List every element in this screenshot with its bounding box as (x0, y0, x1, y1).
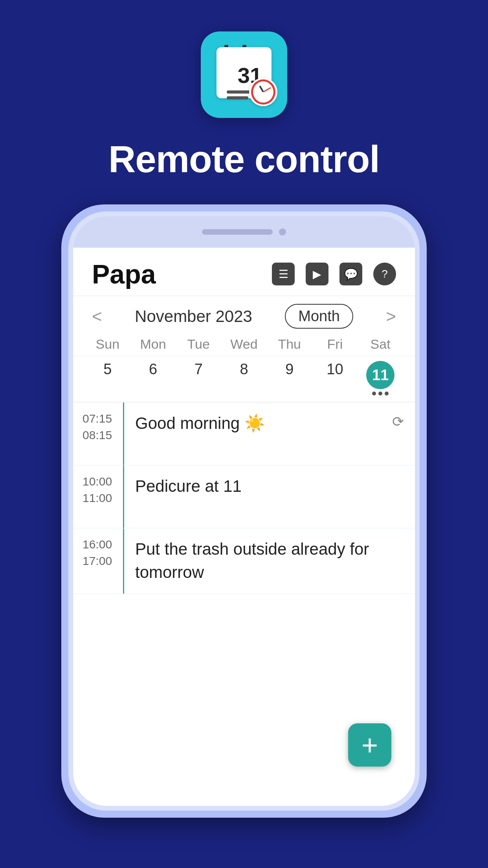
event-start-3: 16:00 (83, 538, 117, 551)
alert-icon[interactable]: 💬 (339, 263, 362, 285)
help-icon[interactable]: ? (373, 263, 396, 285)
date-5[interactable]: 5 (85, 361, 130, 395)
weekday-header: Sun Mon Tue Wed Thu Fri Sat (73, 337, 415, 356)
selected-date-circle: 11 (366, 361, 394, 389)
date-11-selected[interactable]: 11 (358, 361, 403, 395)
event-body-3: Put the trash outside already for tomorr… (124, 528, 415, 594)
weekday-tue: Tue (176, 337, 221, 352)
week-dates-row: 5 6 7 8 9 10 11 (73, 356, 415, 403)
play-icon[interactable]: ▶ (306, 263, 328, 285)
view-toggle-button[interactable]: Month (285, 304, 353, 329)
weekday-fri: Fri (312, 337, 358, 352)
current-month-label: November 2023 (135, 307, 252, 326)
date-6[interactable]: 6 (130, 361, 176, 395)
event-time-2: 10:00 11:00 (73, 465, 124, 528)
repeat-icon: ⟳ (392, 414, 404, 430)
phone-notch (73, 216, 415, 248)
contact-name: Papa (92, 259, 272, 289)
event-row-1[interactable]: 07:15 08:15 Good morning ☀️ ⟳ (73, 403, 415, 465)
event-title-3: Put the trash outside already for tomorr… (135, 538, 404, 584)
clock-icon (249, 78, 277, 106)
event-end-3: 17:00 (83, 554, 117, 568)
weekday-thu: Thu (267, 337, 312, 352)
weekday-sun: Sun (85, 337, 130, 352)
page-title: Remote control (108, 138, 380, 181)
weekday-wed: Wed (221, 337, 267, 352)
date-9[interactable]: 9 (267, 361, 312, 395)
event-body-2: Pedicure at 11 (124, 465, 415, 528)
event-row-3[interactable]: 16:00 17:00 Put the trash outside alread… (73, 528, 415, 594)
list-icon[interactable]: ☰ (272, 263, 295, 285)
event-start-1: 07:15 (83, 412, 117, 425)
prev-month-button[interactable]: < (92, 307, 102, 326)
event-dots (372, 392, 389, 395)
event-title-2: Pedicure at 11 (135, 475, 242, 498)
weekday-sat: Sat (358, 337, 403, 352)
phone-mockup: Papa ☰ ▶ 💬 ? < November 2023 Month (61, 204, 427, 818)
calendar-nav: < November 2023 Month > (73, 296, 415, 337)
event-title-1: Good morning ☀️ (135, 412, 265, 435)
weekday-mon: Mon (130, 337, 176, 352)
app-icon: 31 (201, 31, 287, 118)
event-time-1: 07:15 08:15 (73, 403, 124, 465)
next-month-button[interactable]: > (386, 307, 396, 326)
date-8[interactable]: 8 (221, 361, 267, 395)
event-time-3: 16:00 17:00 (73, 528, 124, 594)
app-header: Papa ☰ ▶ 💬 ? (73, 248, 415, 296)
event-row-2[interactable]: 10:00 11:00 Pedicure at 11 (73, 465, 415, 528)
add-button-wrapper: + (348, 723, 391, 767)
event-body-1: Good morning ☀️ ⟳ (124, 403, 415, 465)
date-10[interactable]: 10 (312, 361, 358, 395)
notch-dot (279, 228, 286, 235)
add-event-button[interactable]: + (348, 723, 391, 767)
date-7[interactable]: 7 (176, 361, 221, 395)
event-end-1: 08:15 (83, 428, 117, 442)
event-start-2: 10:00 (83, 475, 117, 488)
notch-bar (202, 229, 273, 235)
event-end-2: 11:00 (83, 491, 117, 505)
